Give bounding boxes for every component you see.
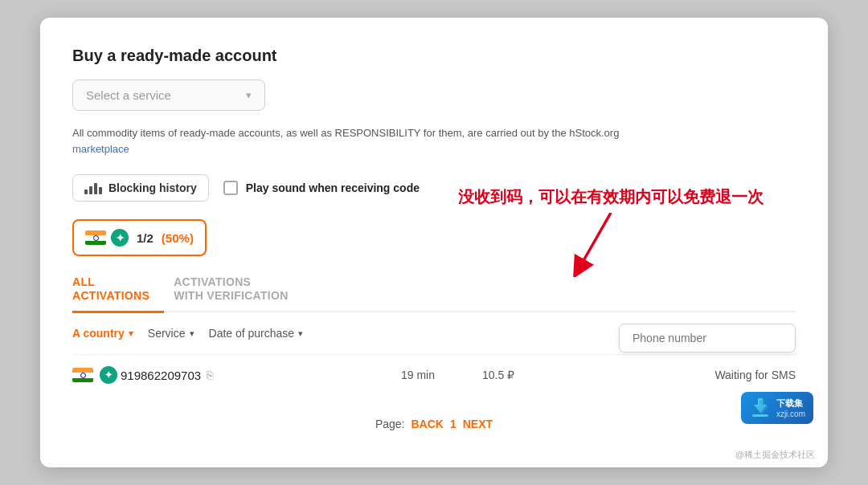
row-india-flag-icon: [72, 368, 93, 382]
main-window: Buy a ready-made account Select a servic…: [40, 18, 828, 467]
page-back-button[interactable]: BACK: [411, 418, 444, 430]
country-filter[interactable]: A country ▾: [72, 327, 133, 340]
page-label: Page:: [375, 418, 405, 430]
info-text: All commodity items of ready-made accoun…: [72, 125, 651, 157]
account-badge: ✦ 1/2 (50%): [72, 219, 207, 256]
service-select-dropdown[interactable]: Select a service ▾: [72, 79, 265, 111]
tab-all-activations[interactable]: ALL ACTIVATIONS: [72, 267, 164, 313]
bar-chart-icon: [84, 181, 102, 194]
tab-verification-line1: ACTIVATIONS: [174, 275, 289, 289]
row-price: 10.5 ₽: [482, 369, 514, 381]
svg-rect-3: [752, 414, 768, 417]
tab-activations-with-verification[interactable]: ACTIVATIONS WITH VERIFICATION: [174, 267, 303, 313]
marketplace-link[interactable]: marketplace: [72, 143, 129, 155]
india-flag-icon: [85, 230, 106, 245]
chatgpt-icon: ✦: [111, 229, 129, 247]
chevron-down-icon: ▾: [246, 89, 252, 101]
page-next-button[interactable]: NEXT: [463, 418, 493, 430]
page-title: Buy a ready-made account: [72, 47, 796, 65]
sound-label: Play sound when receiving code: [246, 181, 420, 194]
page-number: 1: [450, 418, 457, 430]
badge-line2: xzji.com: [776, 410, 805, 418]
filters-row: A country ▾ Service ▾ Date of purchase ▾: [72, 327, 796, 340]
country-filter-label: A country: [72, 327, 125, 340]
sound-check-option[interactable]: Play sound when receiving code: [223, 181, 420, 195]
watermark: @稀土掘金技术社区: [735, 449, 815, 461]
phone-number-input[interactable]: [619, 324, 796, 353]
blocking-history-button[interactable]: Blocking history: [72, 174, 209, 202]
pagination: Page: BACK 1 NEXT: [72, 418, 796, 430]
date-filter-label: Date of purchase: [209, 327, 295, 340]
row-flag-col: ✦: [72, 366, 121, 384]
service-filter[interactable]: Service ▾: [148, 327, 194, 340]
download-icon: [749, 397, 772, 419]
row-status: Waiting for SMS: [714, 369, 796, 381]
row-time: 19 min: [401, 369, 435, 381]
row-phone-col: 919862209703 ⎘: [121, 369, 378, 382]
row-phone-number: 919862209703: [121, 369, 201, 382]
date-filter[interactable]: Date of purchase ▾: [209, 327, 304, 340]
account-percent: (50%): [162, 231, 194, 245]
row-time-col: 19 min: [378, 369, 458, 381]
svg-line-0: [579, 213, 611, 269]
flag-service-group: ✦: [85, 229, 129, 247]
toolbar: Blocking history Play sound when receivi…: [72, 174, 796, 202]
sound-checkbox[interactable]: [223, 181, 238, 195]
blocking-history-label: Blocking history: [108, 181, 197, 194]
row-status-col: Waiting for SMS: [538, 369, 796, 381]
row-price-col: 10.5 ₽: [458, 369, 538, 381]
tabs-container: ALL ACTIVATIONS ACTIVATIONS WITH VERIFIC…: [72, 267, 796, 312]
copy-icon[interactable]: ⎘: [207, 369, 213, 381]
tab-verification-line2: WITH VERIFICATION: [174, 289, 289, 303]
date-filter-chevron: ▾: [298, 328, 303, 339]
country-filter-chevron: ▾: [129, 328, 133, 339]
svg-marker-2: [755, 400, 768, 414]
tab-all-activations-line1: ALL: [72, 275, 149, 289]
badge-text: 下载集 xzji.com: [776, 397, 805, 418]
tab-all-activations-line2: ACTIVATIONS: [72, 289, 149, 303]
service-filter-label: Service: [148, 327, 186, 340]
row-chatgpt-icon: ✦: [100, 366, 117, 384]
service-select-placeholder: Select a service: [86, 88, 171, 102]
badge-line1: 下载集: [776, 397, 805, 410]
service-filter-chevron: ▾: [190, 328, 194, 339]
table-row: ✦ 919862209703 ⎘ 19 min 10.5 ₽ Waiting f…: [72, 354, 796, 395]
info-text-before: All commodity items of ready-made accoun…: [72, 127, 619, 139]
account-ratio: 1/2: [137, 231, 154, 245]
download-badge: 下载集 xzji.com: [741, 392, 813, 424]
